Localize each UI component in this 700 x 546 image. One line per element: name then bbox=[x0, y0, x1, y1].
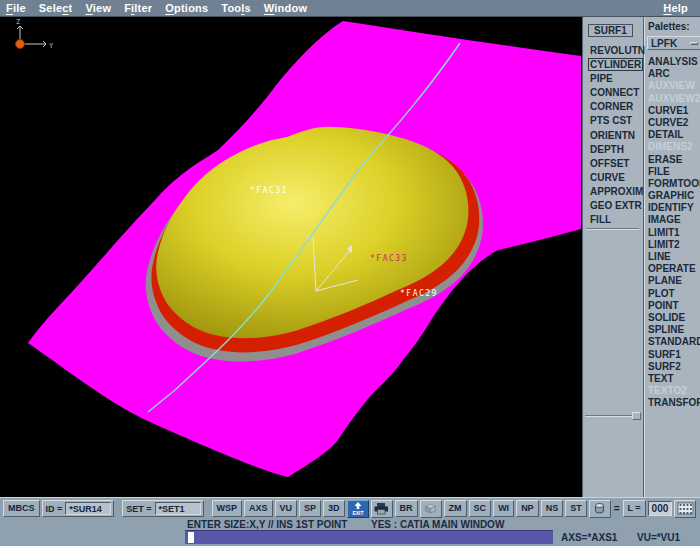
print-button[interactable] bbox=[371, 500, 393, 518]
surf-item-curve[interactable]: CURVE bbox=[583, 171, 643, 185]
palette-item-plot[interactable]: PLOT bbox=[645, 288, 700, 300]
fac33-label[interactable]: *FAC33 bbox=[370, 254, 408, 263]
printer-icon bbox=[373, 502, 390, 515]
exit-icon: EXIT bbox=[350, 501, 366, 516]
menu-bar: FileSelectViewFilterOptionsToolsWindow H… bbox=[0, 0, 700, 17]
text-cursor bbox=[188, 532, 194, 543]
palette-item-analysis[interactable]: ANALYSIS bbox=[645, 56, 700, 68]
menu-tools[interactable]: Tools bbox=[221, 2, 251, 14]
surf-item-pipe[interactable]: PIPE bbox=[583, 72, 643, 86]
layer-button[interactable] bbox=[589, 500, 611, 518]
layer-number-display: 000 bbox=[648, 501, 673, 516]
cylinder-icon bbox=[592, 502, 607, 515]
surf-item-fill[interactable]: FILL bbox=[583, 213, 643, 227]
surf-item-cylinder[interactable]: CYLINDER bbox=[583, 58, 643, 72]
field-value[interactable]: *SET1 bbox=[155, 502, 201, 515]
palette-item-identify[interactable]: IDENTIFY bbox=[645, 202, 700, 214]
axs-indicator: AXS=*AXS1 bbox=[561, 532, 617, 543]
field-label: SET = bbox=[123, 504, 154, 514]
surf-item-revolutn[interactable]: REVOLUTN bbox=[583, 44, 643, 58]
menu-window[interactable]: Window bbox=[264, 2, 307, 14]
toolbar-field-id: ID =*SUR14 bbox=[42, 500, 115, 517]
surf-item-pts-cst[interactable]: PTS CST bbox=[583, 114, 643, 128]
palette-item-spline[interactable]: SPLINE bbox=[645, 324, 700, 336]
surf-panel-items: REVOLUTNCYLINDERPIPECONNECTCORNERPTS CST… bbox=[583, 44, 643, 227]
surf-item-offset[interactable]: OFFSET bbox=[583, 157, 643, 171]
toolbar-button-zm[interactable]: ZM bbox=[444, 500, 467, 517]
menu-options[interactable]: Options bbox=[165, 2, 208, 14]
menu-filter[interactable]: Filter bbox=[124, 2, 152, 14]
fac31-label[interactable]: *FAC31 bbox=[250, 186, 288, 195]
menu-help[interactable]: Help bbox=[663, 2, 688, 14]
palette-item-surf1[interactable]: SURF1 bbox=[645, 349, 700, 361]
fac29-label[interactable]: *FAC29 bbox=[400, 289, 438, 298]
surf-item-connect[interactable]: CONNECT bbox=[583, 86, 643, 100]
palette-item-formtool[interactable]: FORMTOOL bbox=[645, 178, 700, 190]
palette-item-plane[interactable]: PLANE bbox=[645, 275, 700, 287]
toolbar-button-l[interactable]: L = bbox=[623, 500, 646, 517]
palette-item-graphic[interactable]: GRAPHIC bbox=[645, 190, 700, 202]
menubar-items: FileSelectViewFilterOptionsToolsWindow bbox=[6, 2, 320, 14]
toolbar-button-st[interactable]: ST bbox=[565, 500, 587, 517]
exit-button[interactable]: EXIT bbox=[347, 500, 369, 518]
surf-item-corner[interactable]: CORNER bbox=[583, 100, 643, 114]
toolbar-button-3d[interactable]: 3D bbox=[323, 500, 345, 517]
palette-item-surf2[interactable]: SURF2 bbox=[645, 361, 700, 373]
toolbar-button-sp[interactable]: SP bbox=[299, 500, 321, 517]
palette-item-text[interactable]: TEXT bbox=[645, 373, 700, 385]
toolbar-button-ns[interactable]: NS bbox=[541, 500, 564, 517]
stack-icon bbox=[422, 502, 439, 515]
palette-item-solide[interactable]: SOLIDE bbox=[645, 312, 700, 324]
dropdown-indicator-icon bbox=[690, 42, 698, 45]
sheet-stack-button[interactable] bbox=[420, 500, 442, 518]
palette-item-auxview2: AUXVIEW2 bbox=[645, 93, 700, 105]
viewport-3d[interactable]: z *FAC31 *FAC33 *FAC29 Z Y bbox=[0, 17, 582, 497]
sash-handle-icon[interactable] bbox=[632, 412, 641, 420]
toolbar-button-np[interactable]: NP bbox=[516, 500, 539, 517]
palette-item-curve1[interactable]: CURVE1 bbox=[645, 105, 700, 117]
toolbar-button-vu[interactable]: VU bbox=[275, 500, 298, 517]
surf-panel-title: SURF1 bbox=[588, 24, 633, 37]
field-label: ID = bbox=[43, 504, 66, 514]
vu-indicator: VU=*VU1 bbox=[637, 532, 680, 543]
palette-item-operate[interactable]: OPERATE bbox=[645, 263, 700, 275]
toolbar-button-mbcs[interactable]: MBCS bbox=[3, 500, 40, 517]
menu-view[interactable]: View bbox=[85, 2, 111, 14]
palette-item-arc[interactable]: ARC bbox=[645, 68, 700, 80]
menu-file[interactable]: File bbox=[6, 2, 26, 14]
triad-label: z bbox=[306, 233, 310, 241]
palette-item-file[interactable]: FILE bbox=[645, 166, 700, 178]
palette-item-detail[interactable]: DETAIL bbox=[645, 129, 700, 141]
toolbar-button-sc[interactable]: SC bbox=[469, 500, 492, 517]
palettes-dropdown-value: LPFK bbox=[651, 38, 677, 49]
toolbar-button-wi[interactable]: WI bbox=[493, 500, 514, 517]
toolbar-button-axs[interactable]: AXS bbox=[244, 500, 273, 517]
toolbar-button-wsp[interactable]: WSP bbox=[212, 500, 243, 517]
surf-item-approxim[interactable]: APPROXIM bbox=[583, 185, 643, 199]
palette-item-point[interactable]: POINT bbox=[645, 300, 700, 312]
toolbar-field-set: SET =*SET1 bbox=[122, 500, 203, 517]
surf-item-geo-extr[interactable]: GEO EXTR bbox=[583, 199, 643, 213]
palette-item-texto2: TEXTO2 bbox=[645, 385, 700, 397]
field-value[interactable]: *SUR14 bbox=[65, 502, 111, 515]
keypad-button[interactable] bbox=[674, 500, 696, 518]
palette-item-standard[interactable]: STANDARD bbox=[645, 336, 700, 348]
palette-item-limit1[interactable]: LIMIT1 bbox=[645, 227, 700, 239]
surf-panel: SURF1 REVOLUTNCYLINDERPIPECONNECTCORNERP… bbox=[583, 17, 644, 497]
palette-item-curve2[interactable]: CURVE2 bbox=[645, 117, 700, 129]
palettes-panel: Palettes: LPFK ANALYSISARCAUXVIEWAUXVIEW… bbox=[644, 17, 700, 497]
palette-item-line[interactable]: LINE bbox=[645, 251, 700, 263]
palette-item-image[interactable]: IMAGE bbox=[645, 214, 700, 226]
command-input[interactable] bbox=[185, 530, 553, 544]
surf-item-depth[interactable]: DEPTH bbox=[583, 143, 643, 157]
palette-item-limit2[interactable]: LIMIT2 bbox=[645, 239, 700, 251]
menu-select[interactable]: Select bbox=[39, 2, 73, 14]
palettes-dropdown[interactable]: LPFK bbox=[647, 36, 700, 50]
palette-item-erase[interactable]: ERASE bbox=[645, 154, 700, 166]
surf-item-orientn[interactable]: ORIENTN bbox=[583, 129, 643, 143]
palette-item-transfor[interactable]: TRANSFOR bbox=[645, 397, 700, 409]
pane-sash[interactable] bbox=[583, 412, 643, 421]
palette-item-dimens2: DIMENS2 bbox=[645, 141, 700, 153]
toolbar-button-br[interactable]: BR bbox=[395, 500, 418, 517]
keypad-icon bbox=[677, 502, 694, 515]
